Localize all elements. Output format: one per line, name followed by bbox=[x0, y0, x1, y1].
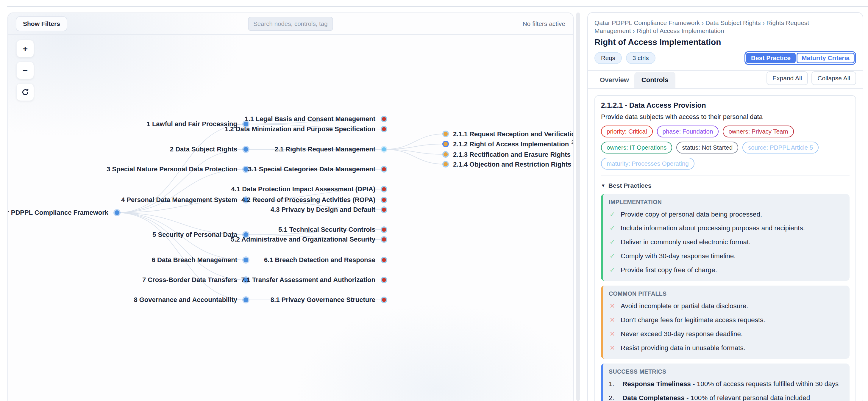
graph-node-dot[interactable] bbox=[443, 142, 448, 146]
breadcrumb-item[interactable]: Data Subject Rights bbox=[706, 19, 761, 26]
graph-node-label[interactable]: 5 Security of Personal Data bbox=[152, 231, 237, 239]
check-icon: ✓ bbox=[609, 223, 616, 233]
card-divider bbox=[601, 175, 849, 176]
graph-node-label[interactable]: 3 Special Nature Personal Data Protectio… bbox=[106, 165, 237, 173]
cross-icon: ✕ bbox=[609, 343, 616, 353]
breadcrumb-item[interactable]: Right of Access Implementation bbox=[637, 27, 724, 34]
graph-node-dot[interactable] bbox=[244, 258, 248, 262]
graph-node-dot[interactable] bbox=[443, 152, 448, 157]
graph-node-label[interactable]: 2.1.1 Request Reception and Verification… bbox=[453, 130, 574, 138]
breadcrumb-item[interactable]: Qatar PDPPL Compliance Framework bbox=[594, 19, 700, 26]
item-text: Resist providing data in unusable format… bbox=[621, 343, 745, 353]
expand-all-button[interactable]: Expand All bbox=[767, 71, 808, 85]
graph-node-label[interactable]: 2.1.4 Objection and Restriction Rights3 … bbox=[453, 160, 574, 168]
graph-node-dot[interactable] bbox=[115, 210, 119, 215]
minus-icon: − bbox=[23, 65, 28, 75]
graph-node-label[interactable]: 4 Personal Data Management System bbox=[121, 196, 237, 204]
graph-node-dot[interactable] bbox=[382, 228, 386, 232]
meta-row: Reqs3 ctrls Best PracticeMaturity Criter… bbox=[594, 51, 856, 65]
badges: Reqs3 ctrls bbox=[594, 52, 660, 64]
graph-node-label[interactable]: Qatar PDPPL Compliance Framework bbox=[7, 209, 108, 216]
toggle-option-maturity-criteria[interactable]: Maturity Criteria bbox=[797, 53, 855, 63]
graph-node-label[interactable]: 2.1 Rights Request Management bbox=[274, 145, 375, 153]
section-heading: COMMON PITFALLS bbox=[609, 290, 844, 297]
section-heading: IMPLEMENTATION bbox=[609, 199, 844, 206]
tag-pill: priority: Critical bbox=[601, 126, 653, 137]
graph-node-dot[interactable] bbox=[244, 167, 248, 172]
item-text: Provide copy of personal data being proc… bbox=[621, 209, 762, 220]
zoom-out-button[interactable]: − bbox=[17, 62, 34, 79]
graph-node-label[interactable]: 2 Data Subject Rights bbox=[170, 145, 237, 153]
graph-node-label[interactable]: 1.1 Legal Basis and Consent Management bbox=[245, 115, 375, 123]
graph-node-label[interactable]: 3.1 Special Categories Data Management bbox=[248, 165, 375, 173]
graph-node-dot[interactable] bbox=[382, 127, 386, 131]
reset-view-icon bbox=[21, 88, 29, 96]
graph-node-label[interactable]: 8.1 Privacy Governance Structure bbox=[271, 296, 375, 304]
graph-node-dot[interactable] bbox=[244, 298, 248, 302]
section-implementation: IMPLEMENTATION✓Provide copy of personal … bbox=[601, 194, 849, 281]
breadcrumb-separator: › bbox=[702, 19, 704, 26]
graph-node-label[interactable]: 4.1 Data Protection Impact Assessment (D… bbox=[231, 185, 375, 193]
graph-node-dot[interactable] bbox=[382, 187, 386, 191]
graph-node-dot[interactable] bbox=[443, 132, 448, 136]
graph-node-dot[interactable] bbox=[382, 278, 386, 282]
detail-content: 2.1.2.1 - Data Access Provision Provide … bbox=[588, 89, 863, 401]
cross-icon: ✕ bbox=[609, 329, 616, 339]
item-text: Deliver in commonly used electronic form… bbox=[621, 237, 750, 247]
zoom-in-button[interactable]: + bbox=[17, 40, 34, 58]
control-title: 2.1.2.1 - Data Access Provision bbox=[601, 101, 849, 109]
graph-node-dot[interactable] bbox=[382, 208, 386, 212]
app-root: Show Filters No filters active Qatar PDP… bbox=[0, 0, 868, 401]
tag-pill: owners: Privacy Team bbox=[723, 126, 794, 137]
page-scrollbar[interactable] bbox=[576, 12, 580, 401]
graph-node-dot[interactable] bbox=[382, 167, 386, 171]
check-icon: ✓ bbox=[609, 237, 616, 247]
graph-node-label[interactable]: 7 Cross-Border Data Transfers bbox=[142, 276, 237, 284]
toggle-option-best-practice[interactable]: Best Practice bbox=[746, 53, 796, 63]
control-card: 2.1.2.1 - Data Access Provision Provide … bbox=[594, 95, 856, 401]
tag-pill: owners: IT Operations bbox=[601, 142, 672, 154]
best-practices-label: Best Practices bbox=[609, 182, 652, 189]
graph-node-dot[interactable] bbox=[382, 117, 386, 121]
graph-node-dot[interactable] bbox=[244, 147, 248, 152]
graph-node-dot[interactable] bbox=[382, 198, 386, 202]
detail-header: Qatar PDPPL Compliance Framework›Data Su… bbox=[588, 13, 863, 71]
section-success-metrics: SUCCESS METRICS1.Response Timeliness - 1… bbox=[601, 364, 849, 401]
tabs-row: OverviewControls Expand AllCollapse All bbox=[588, 71, 863, 89]
section-common-pitfalls: COMMON PITFALLS✕Avoid incomplete or part… bbox=[601, 286, 849, 359]
section-item: ✕Don't charge fees for legitimate access… bbox=[609, 315, 844, 325]
graph-node-label[interactable]: 1.2 Data Minimization and Purpose Specif… bbox=[225, 125, 375, 133]
collapse-all-button[interactable]: Collapse All bbox=[811, 71, 856, 85]
item-number: 1. bbox=[609, 379, 618, 389]
graph-node-label[interactable]: 6 Data Breach Management bbox=[152, 256, 237, 264]
graph-node-label[interactable]: 7.1 Transfer Assessment and Authorizatio… bbox=[241, 276, 375, 284]
graph-node-label[interactable]: 5.2 Administrative and Organizational Se… bbox=[231, 236, 375, 243]
graph-node-label[interactable]: 5.1 Technical Security Controls bbox=[278, 226, 375, 234]
item-text: Response Timeliness - 100% of access req… bbox=[622, 379, 839, 389]
graph-node-label[interactable]: 6.1 Breach Detection and Response bbox=[264, 256, 375, 264]
section-item: ✓Include information about processing pu… bbox=[609, 223, 844, 233]
tab-actions: Expand AllCollapse All bbox=[767, 71, 856, 88]
item-text: Avoid incomplete or partial data disclos… bbox=[621, 301, 748, 311]
breadcrumb-separator: › bbox=[763, 19, 765, 26]
tab-controls[interactable]: Controls bbox=[634, 72, 675, 88]
graph-node-label[interactable]: 2.1.3 Rectification and Erasure Rights3 … bbox=[453, 150, 574, 159]
tab-overview[interactable]: Overview bbox=[594, 72, 634, 88]
plus-icon: + bbox=[23, 44, 28, 54]
graph-node-dot[interactable] bbox=[382, 298, 386, 302]
item-text: Never exceed 30-day response deadline. bbox=[621, 329, 743, 339]
graph-node-label[interactable]: 4.3 Privacy by Design and Default bbox=[271, 206, 375, 213]
tag-pill: source: PDPPL Article 5 bbox=[742, 142, 818, 154]
graph-node-dot[interactable] bbox=[382, 237, 386, 241]
best-practices-toggle[interactable]: ▼ Best Practices bbox=[601, 182, 849, 189]
graph-node-dot[interactable] bbox=[443, 162, 448, 166]
graph-node-label[interactable]: 4.2 Record of Processing Activities (ROP… bbox=[241, 196, 375, 204]
reset-view-button[interactable] bbox=[17, 83, 34, 101]
graph-node-dot[interactable] bbox=[382, 258, 386, 262]
graph-node-dot[interactable] bbox=[382, 147, 386, 152]
top-divider bbox=[7, 6, 868, 7]
graph-node-label[interactable]: 1 Lawful and Fair Processing bbox=[147, 120, 237, 128]
graph-node-label[interactable]: 8 Governance and Accountability bbox=[134, 296, 237, 304]
graph-node-label[interactable]: 2.1.2 Right of Access Implementation3 ct… bbox=[453, 140, 574, 148]
tag-pill: phase: Foundation bbox=[657, 126, 719, 137]
